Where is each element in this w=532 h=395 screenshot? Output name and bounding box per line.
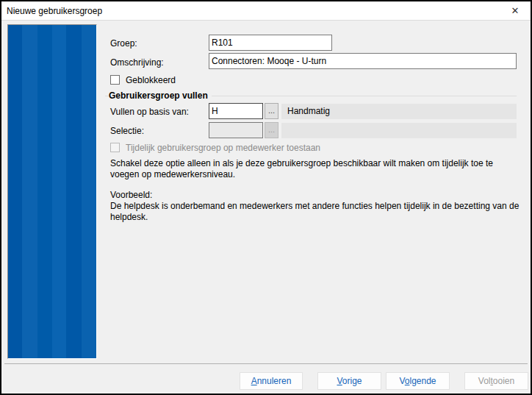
vullen-label: Vullen op basis van: <box>110 107 189 117</box>
vullen-browse-button[interactable]: ... <box>265 103 278 119</box>
groep-input[interactable]: R101 <box>209 35 332 51</box>
help-text: Schakel deze optie alleen in als je deze… <box>110 158 522 180</box>
group-title: Gebruikersgroep vullen <box>109 90 212 101</box>
voltooien-label-post: ooien <box>493 376 514 386</box>
selectie-display <box>281 123 517 138</box>
window-title: Nieuwe gebruikersgroep <box>7 6 102 16</box>
selectie-label: Selectie: <box>110 126 144 136</box>
annuleren-button[interactable]: Annuleren <box>240 372 303 390</box>
dialog-window: Nieuwe gebruikersgroep ✕ Groep: R101 Oms… <box>0 0 532 395</box>
titlebar: Nieuwe gebruikersgroep ✕ <box>1 1 531 21</box>
vullen-input[interactable]: H <box>209 103 263 119</box>
volgende-label-post: lgende <box>409 376 436 386</box>
volgende-label-pre: V <box>399 376 404 386</box>
vorige-button[interactable]: Vorige <box>317 372 381 390</box>
geblokkeerd-checkbox[interactable] <box>110 75 120 85</box>
geblokkeerd-label: Geblokkeerd <box>126 75 176 85</box>
vorige-label-post: orige <box>342 376 362 386</box>
annuleren-label-accel: A <box>251 376 257 386</box>
tijdelijk-checkbox <box>110 143 120 152</box>
example-title: Voorbeeld: <box>110 190 522 201</box>
example-text: De helpdesk is onderbemand en medewerker… <box>110 201 522 223</box>
selectie-browse-button: ... <box>265 122 278 138</box>
omschrijving-label: Omschrijving: <box>110 57 164 68</box>
selectie-input <box>209 122 263 138</box>
groep-label: Groep: <box>110 38 137 49</box>
footer-divider <box>4 363 528 364</box>
close-icon[interactable]: ✕ <box>508 4 522 18</box>
wizard-banner <box>7 24 97 359</box>
vorige-label-accel: V <box>337 376 342 386</box>
voltooien-label-pre: Vol <box>478 376 491 386</box>
tijdelijk-label: Tijdelijk gebruikersgroep op medewerker … <box>126 143 320 153</box>
annuleren-label-post: nnuleren <box>257 376 292 386</box>
voltooien-button: Voltooien <box>464 372 528 390</box>
omschrijving-input[interactable]: Connectoren: Mooqe - U-turn <box>209 53 517 69</box>
vullen-display: Handmatig <box>281 104 517 119</box>
volgende-button[interactable]: Volgende <box>386 372 450 390</box>
